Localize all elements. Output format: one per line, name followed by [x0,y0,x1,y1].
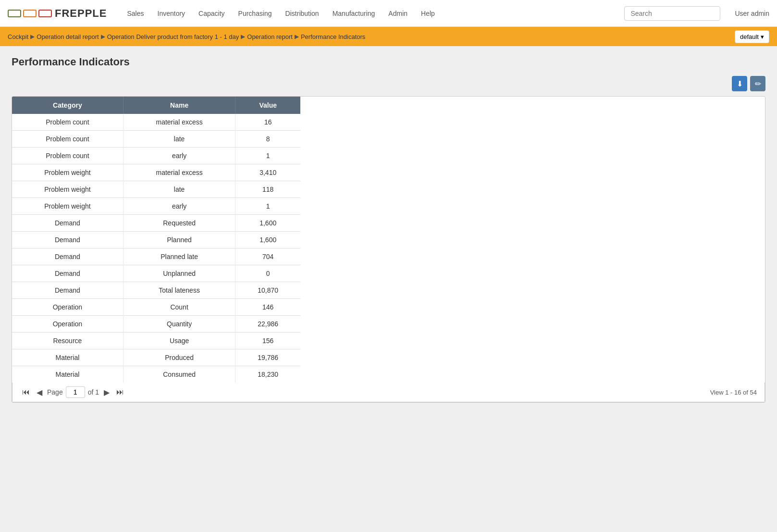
cell-category: Operation [12,316,123,333]
cell-name: material excess [123,164,235,181]
cell-category: Problem weight [12,181,123,198]
cell-name: Total lateness [123,282,235,299]
cell-name: late [123,131,235,148]
breadcrumb-current: Performance Indicators [301,33,365,40]
cell-value: 1 [235,148,300,164]
toolbar: ⬇ ✏ [12,76,765,91]
nav-sales[interactable]: Sales [121,6,149,21]
table-row: Problem weight late 118 [12,181,300,198]
cell-value: 22,986 [235,316,300,333]
table-row: Resource Usage 156 [12,333,300,349]
download-button[interactable]: ⬇ [732,76,747,91]
cell-category: Problem weight [12,164,123,181]
page-label: Page [47,388,63,396]
prev-page-button[interactable]: ◀ [35,387,44,398]
table-row: Demand Requested 1,600 [12,215,300,232]
page-number-input[interactable] [66,386,85,398]
nav-manufacturing[interactable]: Manufacturing [327,6,381,21]
cell-name: Quantity [123,316,235,333]
col-header-name: Name [123,97,235,114]
cell-value: 146 [235,299,300,316]
edit-icon: ✏ [755,79,761,88]
cell-name: material excess [123,114,235,131]
pagination-controls: ⏮ ◀ Page of 1 ▶ ⏭ [20,386,126,398]
logo-shape-red [38,10,52,17]
table-header-row: Category Name Value [12,97,300,114]
nav-links: Sales Inventory Capacity Purchasing Dist… [121,6,615,21]
cell-category: Demand [12,282,123,299]
breadcrumb-bar: Cockpit ▶ Operation detail report ▶ Oper… [0,27,777,46]
next-page-button[interactable]: ▶ [102,387,111,398]
cell-name: Planned late [123,248,235,265]
chevron-down-icon: ▾ [761,33,764,40]
nav-purchasing[interactable]: Purchasing [233,6,278,21]
logo-shape-green [8,10,21,17]
breadcrumb-operation-detail[interactable]: Operation detail report [37,33,99,40]
table-row: Operation Count 146 [12,299,300,316]
cell-name: Usage [123,333,235,349]
breadcrumb-operation-report[interactable]: Operation report [247,33,293,40]
of-label: of 1 [88,388,99,396]
cell-category: Problem count [12,148,123,164]
cell-value: 3,410 [235,164,300,181]
download-icon: ⬇ [737,79,743,88]
cell-category: Demand [12,265,123,282]
logo-text: FREPPLE [55,7,107,20]
view-info: View 1 - 16 of 54 [710,389,757,396]
cell-category: Operation [12,299,123,316]
cell-value: 18,230 [235,366,300,383]
cell-value: 1,600 [235,232,300,248]
cell-value: 10,870 [235,282,300,299]
table-row: Problem weight early 1 [12,198,300,215]
last-page-button[interactable]: ⏭ [114,387,126,397]
cell-category: Material [12,349,123,366]
cell-category: Demand [12,248,123,265]
cell-name: Produced [123,349,235,366]
nav-inventory[interactable]: Inventory [152,6,191,21]
nav-distribution[interactable]: Distribution [280,6,325,21]
breadcrumb-cockpit[interactable]: Cockpit [8,33,28,40]
top-navigation: FREPPLE Sales Inventory Capacity Purchas… [0,0,777,27]
cell-name: Planned [123,232,235,248]
table-row: Problem count early 1 [12,148,300,164]
table-row: Problem count material excess 16 [12,114,300,131]
table-row: Operation Quantity 22,986 [12,316,300,333]
cell-name: Unplanned [123,265,235,282]
cell-category: Problem count [12,114,123,131]
cell-category: Problem weight [12,198,123,215]
table-row: Demand Total lateness 10,870 [12,282,300,299]
cell-value: 118 [235,181,300,198]
cell-name: early [123,198,235,215]
cell-category: Material [12,366,123,383]
table-row: Problem weight material excess 3,410 [12,164,300,181]
table-row: Material Consumed 18,230 [12,366,300,383]
table-row: Demand Planned 1,600 [12,232,300,248]
cell-value: 8 [235,131,300,148]
default-btn-label: default [740,33,759,40]
nav-help[interactable]: Help [415,6,441,21]
default-button[interactable]: default ▾ [735,30,769,43]
logo-shape-orange [23,10,37,17]
breadcrumb-sep-2: ▶ [101,33,105,40]
cell-name: early [123,148,235,164]
col-header-value: Value [235,97,300,114]
cell-name: Consumed [123,366,235,383]
cell-name: Requested [123,215,235,232]
logo[interactable]: FREPPLE [8,7,107,20]
performance-table: Category Name Value Problem count materi… [12,97,300,383]
nav-admin[interactable]: Admin [382,6,413,21]
table-row: Problem count late 8 [12,131,300,148]
user-admin-label: User admin [735,10,769,17]
first-page-button[interactable]: ⏮ [20,387,32,397]
pagination-bar: ⏮ ◀ Page of 1 ▶ ⏭ View 1 - 16 of 54 [12,383,765,402]
cell-name: late [123,181,235,198]
breadcrumb-operation-deliver[interactable]: Operation Deliver product from factory 1… [107,33,239,40]
edit-button[interactable]: ✏ [750,76,765,91]
cell-value: 0 [235,265,300,282]
breadcrumb-sep-4: ▶ [295,33,299,40]
nav-capacity[interactable]: Capacity [193,6,230,21]
page-content: Performance Indicators ⬇ ✏ Category Name… [0,46,777,412]
search-input[interactable] [624,6,720,21]
logo-shapes [8,10,52,17]
breadcrumb-sep-1: ▶ [30,33,35,40]
